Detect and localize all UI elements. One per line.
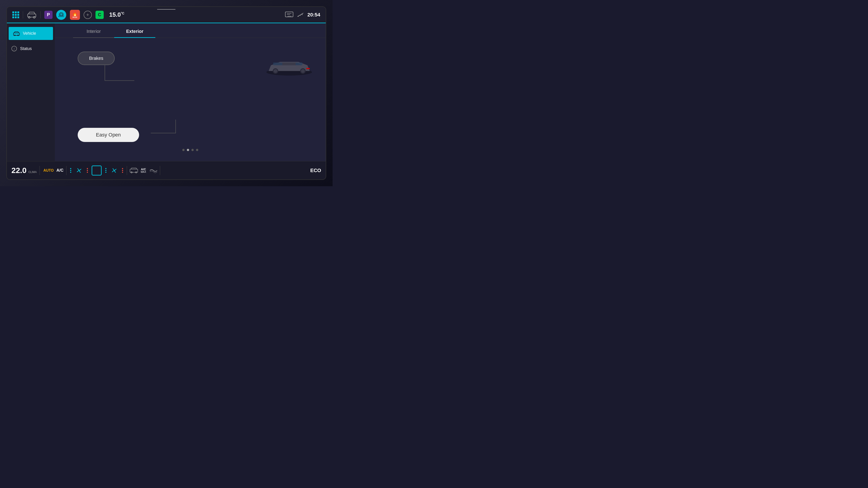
top-bar-left: P ASSIST 🔥 MODE + — [12, 10, 281, 20]
dots-red-2[interactable] — [121, 167, 124, 174]
svg-point-20 — [274, 69, 277, 73]
dots-blue-1[interactable] — [69, 167, 72, 174]
grid-icon[interactable] — [12, 11, 19, 18]
tab-exterior[interactable]: Exterior — [114, 25, 155, 38]
tab-interior[interactable]: Interior — [73, 25, 114, 38]
temperature-display: 15.0°C — [109, 11, 124, 18]
brakes-line-h — [104, 80, 134, 81]
svg-point-25 — [114, 170, 115, 171]
status-label: Status — [20, 46, 32, 51]
bottom-divider-3 — [127, 166, 127, 175]
svg-point-12 — [302, 14, 303, 15]
tabs: Interior Exterior — [55, 25, 326, 38]
bottom-divider-1 — [39, 166, 40, 175]
vehicle-icon — [13, 31, 20, 36]
eco-label: ECO — [310, 167, 321, 173]
parking-badge[interactable]: P — [44, 11, 53, 19]
svg-point-10 — [298, 16, 299, 17]
ac-label: A/C — [56, 168, 63, 173]
easy-open-line-h — [151, 133, 176, 133]
svg-point-11 — [300, 15, 301, 16]
svg-rect-17 — [273, 63, 282, 65]
c-badge[interactable]: C — [95, 11, 104, 19]
car-preview — [262, 56, 317, 84]
easy-open-button[interactable]: Easy Open — [78, 128, 139, 142]
ac-max-label[interactable]: A/C MAX — [141, 168, 146, 173]
easy-open-line-v — [176, 120, 176, 133]
info-icon: i — [11, 46, 17, 51]
pagination-dots — [182, 149, 198, 151]
square-button[interactable] — [92, 165, 102, 175]
top-bar: P ASSIST 🔥 MODE + — [7, 7, 326, 23]
right-panel: Interior Exterior Brakes Easy Open — [55, 23, 326, 161]
brakes-button[interactable]: Brakes — [78, 52, 115, 65]
svg-point-22 — [301, 69, 305, 73]
svg-point-15 — [18, 35, 19, 36]
car-icon[interactable] — [27, 11, 37, 19]
svg-rect-18 — [296, 63, 303, 65]
dot-4[interactable] — [196, 149, 198, 151]
main-screen: P ASSIST 🔥 MODE + — [6, 6, 326, 180]
top-bar-underline — [157, 9, 176, 9]
mode-button[interactable]: 🔥 MODE — [70, 10, 80, 20]
svg-point-24 — [79, 170, 80, 171]
dot-3[interactable] — [191, 149, 194, 151]
dot-1[interactable] — [182, 149, 185, 151]
message-icon[interactable] — [285, 12, 293, 18]
fan-icon[interactable] — [75, 166, 83, 174]
sidebar-item-vehicle[interactable]: Vehicle — [9, 27, 53, 40]
add-button[interactable]: + — [84, 11, 92, 19]
fan-lines-icon[interactable] — [149, 167, 157, 174]
svg-point-4 — [60, 14, 61, 15]
svg-rect-23 — [306, 68, 310, 69]
svg-point-14 — [14, 35, 16, 36]
content-area: Brakes Easy Open — [55, 38, 326, 160]
dots-red-1[interactable] — [86, 167, 89, 174]
brakes-line-v — [104, 65, 105, 81]
main-content: Vehicle i Status Interior Exterior — [7, 23, 326, 161]
dot-2[interactable] — [187, 149, 189, 151]
vehicle-label: Vehicle — [23, 31, 36, 36]
auto-label: AUTO — [43, 168, 54, 172]
divider-2 — [40, 11, 41, 19]
top-bar-right: 20:54 — [285, 12, 320, 18]
clima-temp: 22.0 CLIMA — [11, 166, 37, 175]
dots-blue-2[interactable] — [104, 167, 107, 174]
signal-icon — [297, 12, 304, 18]
bottom-bar: 22.0 CLIMA AUTO A/C — [7, 161, 326, 180]
sidebar: Vehicle i Status — [7, 23, 55, 161]
clima-label: CLIMA — [28, 170, 37, 174]
fan-icon-2[interactable] — [110, 166, 118, 174]
car-ac-icon[interactable] — [130, 167, 138, 174]
clima-temperature: 22.0 — [11, 166, 27, 175]
assist-button[interactable]: ASSIST — [56, 10, 66, 20]
sidebar-item-status[interactable]: i Status — [7, 42, 55, 56]
time-display: 20:54 — [307, 12, 320, 18]
svg-point-5 — [62, 14, 63, 15]
